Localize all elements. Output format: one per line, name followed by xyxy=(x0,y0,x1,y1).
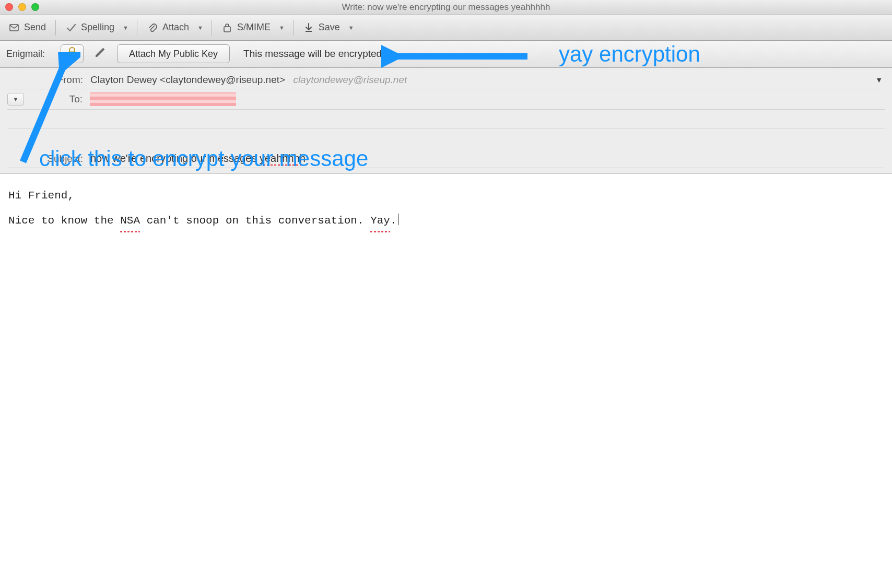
separator xyxy=(55,20,56,36)
svg-text:!: ! xyxy=(75,54,77,59)
extra-recipient-row[interactable] xyxy=(7,128,885,147)
send-button[interactable]: Send xyxy=(5,20,49,36)
smime-dropdown[interactable]: ▼ xyxy=(277,25,287,31)
smime-label: S/MIME xyxy=(237,22,271,33)
from-address-ghost: claytondewey@riseup.net xyxy=(293,74,407,85)
extra-recipient-row[interactable] xyxy=(7,109,885,128)
body-line: Nice to know the NSA can't snoop on this… xyxy=(8,210,884,231)
from-dropdown[interactable]: ▼ xyxy=(875,76,885,84)
body-line: Hi Friend, xyxy=(8,185,884,206)
separator xyxy=(293,20,294,36)
attach-label: Attach xyxy=(162,22,189,33)
misspelled-word: NSA xyxy=(120,210,140,231)
text-cursor xyxy=(398,214,398,225)
misspelled-word: Yay xyxy=(370,210,390,231)
subject-row: Subject: now we're encrypting our messag… xyxy=(7,147,885,166)
subject-text: now we're encrypting our messages xyxy=(90,152,260,164)
to-field[interactable] xyxy=(90,92,885,106)
encryption-status-text: This message will be encrypted xyxy=(243,48,382,60)
subject-label: Subject: xyxy=(7,153,83,164)
from-identity: Clayton Dewey <claytondewey@riseup.net> xyxy=(90,74,285,85)
window-controls xyxy=(5,3,39,11)
from-row: From: Clayton Dewey <claytondewey@riseup… xyxy=(7,71,885,89)
to-label: To: xyxy=(31,93,83,105)
save-icon xyxy=(303,22,314,33)
send-label: Send xyxy=(24,22,46,33)
main-toolbar: Send Spelling ▼ Attach ▼ S/MIME ▼ Save ▼ xyxy=(0,15,892,41)
enigmail-label: Enigmail: xyxy=(6,49,53,60)
attach-public-key-button[interactable]: Attach My Public Key xyxy=(117,44,230,63)
zoom-window-button[interactable] xyxy=(31,3,39,11)
spelling-dropdown[interactable]: ▼ xyxy=(121,25,131,31)
save-dropdown[interactable]: ▼ xyxy=(346,25,356,31)
padlock-icon: ! xyxy=(65,46,79,62)
lock-icon xyxy=(221,22,233,33)
svg-rect-1 xyxy=(224,27,230,32)
titlebar: Write: now we're encrypting our messages… xyxy=(0,0,892,15)
separator xyxy=(212,20,212,36)
attach-button[interactable]: Attach xyxy=(144,20,192,36)
from-label: From: xyxy=(7,74,83,86)
subject-misspelled-word: yeahhhhh xyxy=(260,152,306,164)
spelling-label: Spelling xyxy=(81,22,114,33)
svg-rect-2 xyxy=(306,31,312,32)
minimize-window-button[interactable] xyxy=(18,3,26,11)
headers-panel: From: Clayton Dewey <claytondewey@riseup… xyxy=(0,68,892,174)
subject-underline xyxy=(7,168,885,168)
svg-rect-0 xyxy=(10,25,18,31)
save-button[interactable]: Save xyxy=(300,20,343,36)
separator xyxy=(137,20,137,36)
smime-button[interactable]: S/MIME xyxy=(218,20,274,36)
recipient-type-dropdown[interactable]: ▼ xyxy=(7,93,24,105)
encrypt-toggle-button[interactable]: ! xyxy=(61,44,84,63)
enigmail-toolbar: Enigmail: ! Attach My Public Key This me… xyxy=(0,41,892,68)
send-icon xyxy=(8,22,20,33)
check-icon xyxy=(65,22,77,33)
spelling-button[interactable]: Spelling xyxy=(62,20,118,36)
save-label: Save xyxy=(319,22,340,33)
to-row: ▼ To: xyxy=(7,89,885,109)
attach-public-key-label: Attach My Public Key xyxy=(129,49,218,60)
paperclip-icon xyxy=(147,22,158,33)
close-window-button[interactable] xyxy=(5,3,13,11)
redacted-recipient xyxy=(90,92,236,106)
sign-toggle-button[interactable] xyxy=(91,46,110,62)
message-body[interactable]: Hi Friend, Nice to know the NSA can't sn… xyxy=(0,174,892,243)
from-value[interactable]: Clayton Dewey <claytondewey@riseup.net> … xyxy=(90,74,868,86)
attach-dropdown[interactable]: ▼ xyxy=(195,25,205,31)
window-title: Write: now we're encrypting our messages… xyxy=(0,2,892,13)
subject-field[interactable]: now we're encrypting our messages yeahhh… xyxy=(90,152,885,164)
